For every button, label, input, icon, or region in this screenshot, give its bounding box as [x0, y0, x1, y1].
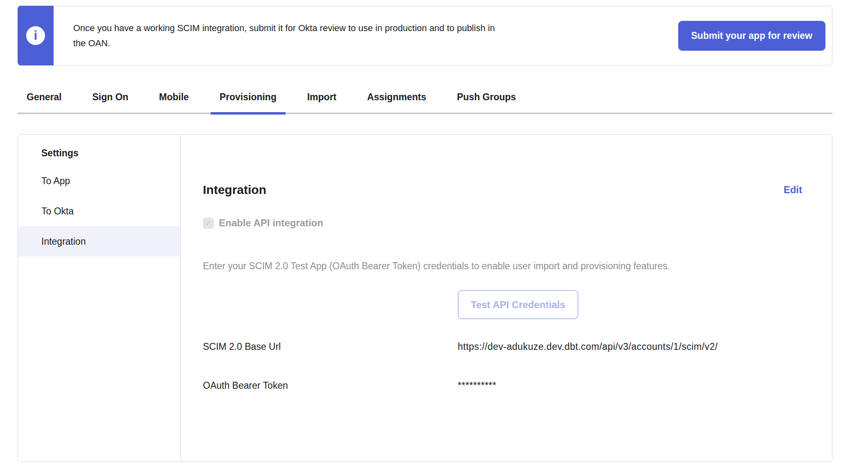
tab-general[interactable]: General: [18, 85, 71, 113]
settings-sidebar: Settings To App To Okta Integration: [18, 135, 181, 461]
tab-push-groups[interactable]: Push Groups: [448, 85, 525, 113]
submit-app-review-button[interactable]: Submit your app for review: [678, 21, 826, 51]
credentials-description: Enter your SCIM 2.0 Test App (OAuth Bear…: [203, 260, 802, 272]
oauth-bearer-token-row: OAuth Bearer Token **********: [203, 380, 802, 391]
edit-link[interactable]: Edit: [784, 184, 802, 196]
tab-mobile[interactable]: Mobile: [150, 85, 198, 113]
checkmark-icon: ✓: [205, 219, 212, 227]
scim-base-url-row: SCIM 2.0 Base Url https://dev-adukuze.de…: [203, 341, 802, 352]
info-banner-accent: i: [18, 6, 54, 65]
enable-api-integration-row: ✓ Enable API integration: [203, 217, 802, 229]
banner-message: Once you have a working SCIM integration…: [73, 20, 503, 51]
tab-provisioning[interactable]: Provisioning: [211, 85, 286, 113]
tab-assignments[interactable]: Assignments: [358, 85, 435, 113]
tab-sign-on[interactable]: Sign On: [83, 85, 137, 113]
sidebar-header: Settings: [18, 140, 180, 166]
info-icon-glyph: i: [34, 29, 38, 42]
sidebar-item-to-okta[interactable]: To Okta: [18, 196, 180, 226]
section-title: Integration: [203, 183, 266, 197]
sidebar-item-to-app[interactable]: To App: [18, 166, 180, 196]
info-icon: i: [26, 26, 45, 45]
tab-import[interactable]: Import: [298, 85, 346, 113]
integration-section: Integration Edit ✓ Enable API integratio…: [181, 135, 832, 461]
scim-base-url-label: SCIM 2.0 Base Url: [203, 341, 458, 352]
info-banner: i Once you have a working SCIM integrati…: [18, 6, 832, 65]
enable-api-integration-label: Enable API integration: [219, 217, 323, 229]
oauth-bearer-token-label: OAuth Bearer Token: [203, 380, 458, 391]
oauth-bearer-token-value: **********: [458, 380, 497, 391]
section-header: Integration Edit: [203, 183, 802, 197]
test-api-credentials-button[interactable]: Test API Credentials: [458, 290, 578, 319]
provisioning-page: i Once you have a working SCIM integrati…: [0, 0, 868, 473]
scim-base-url-value: https://dev-adukuze.dev.dbt.com/api/v3/a…: [458, 341, 718, 352]
app-tab-bar: General Sign On Mobile Provisioning Impo…: [18, 85, 832, 114]
enable-api-integration-checkbox: ✓: [203, 218, 214, 229]
sidebar-item-integration[interactable]: Integration: [18, 226, 180, 257]
provisioning-panel: Settings To App To Okta Integration Inte…: [18, 134, 832, 462]
